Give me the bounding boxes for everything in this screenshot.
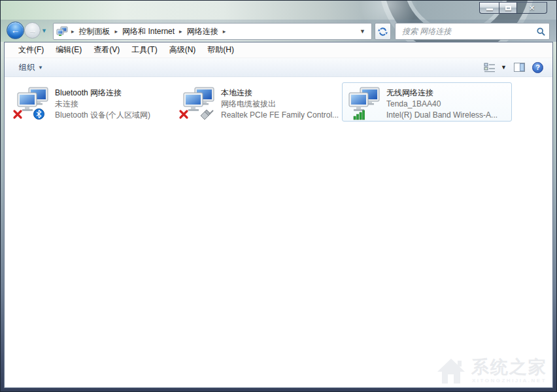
menu-bar: 文件(F) 编辑(E) 查看(V) 工具(T) 高级(N) 帮助(H)	[5, 42, 552, 58]
refresh-button[interactable]	[375, 23, 391, 40]
organize-dropdown-icon: ▼	[38, 65, 43, 71]
help-icon: ?	[535, 63, 540, 71]
connection-text: 无线网络连接 Tenda_1BAA40 Intel(R) Dual Band W…	[386, 87, 498, 121]
connection-item-wireless[interactable]: 无线网络连接 Tenda_1BAA40 Intel(R) Dual Band W…	[342, 82, 512, 122]
connection-status: 未连接	[55, 99, 150, 110]
network-adapter-icon	[348, 87, 382, 118]
close-icon: ✕	[529, 5, 535, 12]
menu-tools[interactable]: 工具(T)	[126, 42, 163, 57]
organize-button[interactable]: 组织 ▼	[14, 60, 48, 75]
watermark-house-icon	[436, 357, 466, 385]
network-folder-icon	[56, 26, 68, 37]
watermark-subtitle: XITONGZHIJIA.NET	[472, 378, 547, 384]
connection-name: Bluetooth 网络连接	[55, 88, 150, 99]
connection-status: Tenda_1BAA40	[386, 99, 498, 110]
connection-item-local[interactable]: 本地连接 网络电缆被拔出 Realtek PCIe FE Family Cont…	[182, 87, 346, 121]
window-body: 文件(F) 编辑(E) 查看(V) 工具(T) 高级(N) 帮助(H) 组织 ▼	[4, 42, 553, 388]
breadcrumb-separator[interactable]: ▸	[220, 28, 229, 35]
address-bar[interactable]: ▸ 控制面板 ▸ 网络和 Internet ▸ 网络连接 ▸ ▼	[53, 23, 372, 40]
window-titlebar: ✕ ← → ▼ ▸ 控制面板 ▸ 网络和 Internet ▸ 网络连接 ▸	[1, 1, 556, 42]
menu-help[interactable]: 帮助(H)	[201, 42, 240, 57]
change-view-icon[interactable]	[484, 63, 496, 73]
help-button[interactable]: ?	[532, 62, 543, 73]
organize-label: 组织	[19, 62, 35, 73]
breadcrumb-control-panel[interactable]: 控制面板	[77, 25, 112, 38]
refresh-icon	[378, 27, 388, 37]
connections-list: Bluetooth 网络连接 未连接 Bluetooth 设备(个人区域网)	[5, 78, 552, 387]
caption-buttons: ✕	[479, 2, 547, 14]
network-adapter-icon	[16, 87, 50, 118]
connection-device: Realtek PCIe FE Family Control...	[221, 110, 339, 121]
toolbar-right-group: ▼ ?	[484, 62, 543, 73]
error-x-icon	[178, 109, 189, 120]
menu-file[interactable]: 文件(F)	[12, 42, 50, 57]
breadcrumb-network-internet[interactable]: 网络和 Internet	[120, 25, 177, 38]
forward-button[interactable]: →	[24, 22, 41, 39]
watermark-title: 系统之家	[471, 359, 547, 376]
breadcrumb-separator[interactable]: ▸	[177, 28, 185, 35]
menu-view[interactable]: 查看(V)	[88, 42, 126, 57]
signal-bars-icon	[353, 109, 366, 120]
connection-device: Bluetooth 设备(个人区域网)	[55, 110, 150, 121]
breadcrumb-separator[interactable]: ▸	[112, 28, 121, 35]
toolbar: 组织 ▼ ▼ ?	[5, 58, 552, 77]
network-adapter-icon	[182, 87, 216, 118]
history-dropdown-icon[interactable]: ▼	[41, 27, 47, 34]
error-x-icon	[12, 109, 23, 120]
menu-advanced[interactable]: 高级(N)	[163, 42, 202, 57]
forward-arrow-icon: →	[28, 26, 37, 35]
maximize-button[interactable]	[499, 2, 517, 14]
preview-pane-icon[interactable]	[514, 63, 525, 72]
back-button[interactable]: ←	[7, 22, 24, 39]
address-dropdown-icon[interactable]: ▼	[355, 28, 370, 35]
connection-device: Intel(R) Dual Band Wireless-A...	[386, 110, 498, 121]
minimize-icon	[486, 8, 493, 10]
search-icon	[537, 27, 545, 36]
minimize-button[interactable]	[479, 2, 499, 14]
connection-name: 本地连接	[221, 88, 339, 99]
close-button[interactable]: ✕	[517, 2, 547, 14]
watermark: 系统之家 XITONGZHIJIA.NET	[436, 357, 547, 385]
watermark-text: 系统之家 XITONGZHIJIA.NET	[471, 359, 547, 384]
views-dropdown-icon[interactable]: ▼	[501, 64, 507, 71]
ethernet-plug-icon	[199, 109, 214, 120]
connection-text: 本地连接 网络电缆被拔出 Realtek PCIe FE Family Cont…	[221, 87, 339, 121]
search-box[interactable]	[395, 23, 550, 40]
search-input[interactable]	[401, 26, 537, 37]
back-arrow-icon: ←	[11, 25, 20, 35]
network-connections-window: ✕ ← → ▼ ▸ 控制面板 ▸ 网络和 Internet ▸ 网络连接 ▸	[0, 0, 557, 392]
breadcrumb-network-connections[interactable]: 网络连接	[185, 25, 220, 38]
breadcrumb-separator: ▸	[69, 28, 77, 35]
connection-item-bluetooth[interactable]: Bluetooth 网络连接 未连接 Bluetooth 设备(个人区域网)	[16, 87, 180, 121]
maximize-icon	[505, 6, 511, 10]
connection-status: 网络电缆被拔出	[221, 99, 339, 110]
bluetooth-icon	[33, 108, 44, 120]
connection-text: Bluetooth 网络连接 未连接 Bluetooth 设备(个人区域网)	[55, 87, 150, 121]
menu-edit[interactable]: 编辑(E)	[50, 42, 88, 57]
connection-name: 无线网络连接	[386, 88, 498, 99]
